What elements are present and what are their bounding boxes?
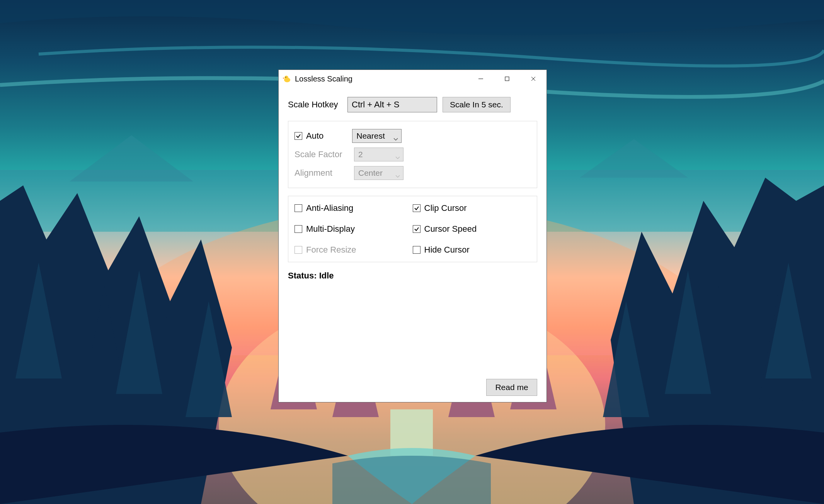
desktop-wallpaper: Lossless Scaling Scale Hotkey Scale In 5… bbox=[0, 0, 824, 504]
status-text: Status: Idle bbox=[288, 271, 537, 281]
anti-aliasing-checkbox[interactable]: Anti-Aliasing bbox=[295, 203, 413, 213]
close-button[interactable] bbox=[520, 70, 546, 88]
options-panel: Anti-Aliasing Clip Cursor Multi-Display … bbox=[288, 196, 537, 262]
svg-marker-29 bbox=[283, 78, 284, 79]
hotkey-row: Scale Hotkey Scale In 5 sec. bbox=[288, 97, 537, 112]
multi-display-checkbox[interactable]: Multi-Display bbox=[295, 224, 413, 234]
checkbox-box bbox=[413, 246, 421, 254]
chevron-down-icon bbox=[395, 171, 400, 175]
app-window: Lossless Scaling Scale Hotkey Scale In 5… bbox=[278, 70, 547, 402]
checkbox-box bbox=[295, 246, 302, 254]
checkbox-box bbox=[413, 225, 421, 233]
window-body: Scale Hotkey Scale In 5 sec. Auto Neares… bbox=[279, 88, 546, 402]
alignment-row: Alignment Center bbox=[295, 164, 531, 182]
scale-in-button[interactable]: Scale In 5 sec. bbox=[443, 97, 511, 112]
filter-value: Nearest bbox=[356, 131, 385, 141]
scale-factor-row: Scale Factor 2 bbox=[295, 145, 531, 164]
svg-point-27 bbox=[284, 76, 288, 80]
checkbox-box bbox=[413, 204, 421, 212]
force-resize-checkbox: Force Resize bbox=[295, 245, 413, 255]
hide-cursor-checkbox[interactable]: Hide Cursor bbox=[413, 245, 531, 255]
scale-factor-value: 2 bbox=[358, 150, 363, 159]
cursor-speed-label: Cursor Speed bbox=[424, 224, 477, 234]
chevron-down-icon bbox=[393, 134, 398, 138]
filter-select[interactable]: Nearest bbox=[352, 129, 402, 143]
auto-label: Auto bbox=[306, 131, 323, 141]
scaling-panel: Auto Nearest Scale Factor 2 bbox=[288, 121, 537, 188]
hotkey-input[interactable] bbox=[347, 97, 437, 112]
alignment-value: Center bbox=[358, 168, 383, 178]
alignment-label: Alignment bbox=[295, 168, 349, 178]
hide-cursor-label: Hide Cursor bbox=[424, 245, 470, 255]
force-resize-label: Force Resize bbox=[306, 245, 356, 255]
minimize-button[interactable] bbox=[468, 70, 494, 88]
checkbox-box bbox=[295, 225, 302, 233]
titlebar[interactable]: Lossless Scaling bbox=[279, 70, 546, 88]
checkbox-box bbox=[295, 132, 302, 140]
svg-point-28 bbox=[286, 77, 286, 78]
chevron-down-icon bbox=[395, 152, 400, 157]
scale-factor-select: 2 bbox=[354, 148, 403, 161]
app-icon bbox=[283, 74, 292, 83]
hotkey-label: Scale Hotkey bbox=[288, 100, 342, 110]
checkbox-box bbox=[295, 204, 302, 212]
cursor-speed-checkbox[interactable]: Cursor Speed bbox=[413, 224, 531, 234]
svg-rect-31 bbox=[505, 77, 509, 81]
scale-factor-label: Scale Factor bbox=[295, 149, 349, 160]
anti-aliasing-label: Anti-Aliasing bbox=[306, 203, 353, 213]
readme-button[interactable]: Read me bbox=[486, 379, 537, 396]
window-title: Lossless Scaling bbox=[295, 75, 352, 83]
alignment-select: Center bbox=[354, 166, 403, 180]
auto-checkbox[interactable]: Auto bbox=[295, 131, 323, 141]
multi-display-label: Multi-Display bbox=[306, 224, 355, 234]
auto-row: Auto Nearest bbox=[295, 127, 531, 145]
clip-cursor-label: Clip Cursor bbox=[424, 203, 467, 213]
clip-cursor-checkbox[interactable]: Clip Cursor bbox=[413, 203, 531, 213]
maximize-button[interactable] bbox=[494, 70, 520, 88]
